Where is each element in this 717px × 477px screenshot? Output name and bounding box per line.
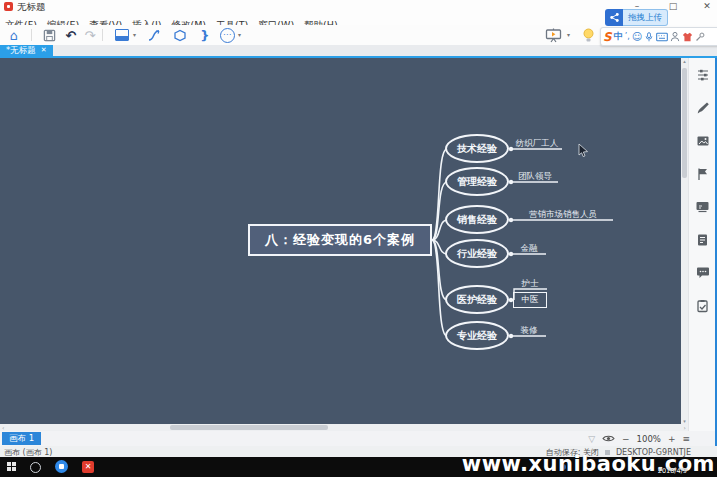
presentation-button[interactable] — [543, 27, 563, 43]
zoom-out-button[interactable]: − — [622, 434, 630, 444]
redo-button[interactable]: ↷ — [80, 27, 100, 43]
summary-brace-icon: } — [200, 29, 209, 42]
mark-panel-button[interactable] — [689, 157, 716, 190]
branch-node-sales[interactable]: 销售经验 — [445, 205, 509, 234]
branch-node-management[interactable]: 管理经验 — [445, 167, 509, 196]
zoom-in-button[interactable]: + — [668, 434, 676, 444]
tab-close-icon[interactable]: ✕ — [41, 45, 47, 56]
more-icon: ⋯ — [220, 28, 235, 43]
leaf-node[interactable]: 团队领导 — [514, 171, 556, 181]
structure-panel-button[interactable] — [689, 58, 716, 91]
relationship-icon — [147, 29, 161, 42]
chinese-mode-icon[interactable]: 中 — [614, 30, 623, 43]
skin-shirt-icon[interactable] — [682, 32, 693, 42]
style-panel-button[interactable] — [689, 91, 716, 124]
horizontal-scrollbar[interactable]: ‹ › — [0, 424, 688, 431]
filter-funnel-icon[interactable]: ▽ — [588, 434, 595, 444]
boundary-button[interactable] — [170, 27, 190, 43]
tray-date: 2018/4/9 — [658, 467, 687, 475]
horizontal-scroll-thumb[interactable] — [170, 425, 328, 430]
lightbulb-icon — [582, 28, 595, 43]
note-panel-button[interactable] — [689, 223, 716, 256]
scroll-left-icon[interactable]: ‹ — [2, 424, 4, 431]
branch-node-medical[interactable]: 医护经验 — [445, 285, 509, 314]
app-icon — [4, 2, 13, 11]
boundary-icon — [173, 29, 187, 42]
fit-window-icon[interactable]: ≡ — [682, 434, 690, 444]
sheet-tab-canvas1[interactable]: 画布 1 — [2, 432, 41, 445]
insert-topic-button[interactable] — [112, 27, 132, 43]
redo-icon: ↷ — [85, 29, 96, 42]
wrench-icon[interactable] — [695, 32, 705, 42]
more-tools-button[interactable]: ⋯ — [217, 27, 237, 43]
comment-icon — [696, 266, 710, 279]
mindmap-canvas[interactable]: 八：经验变现的6个案例 技术经验 管理经验 销售经验 行业经验 医护经验 专业经… — [0, 58, 681, 424]
leaf-node[interactable]: 金融 — [514, 243, 544, 253]
brush-icon — [696, 101, 710, 115]
document-tab-bar: *无标题 ✕ — [0, 45, 717, 58]
toolbar-separator — [102, 29, 103, 41]
leaf-node[interactable]: 装修 — [514, 325, 544, 335]
leaf-node-selected[interactable]: 中医 — [513, 292, 547, 308]
vertical-scrollbar[interactable]: ▴ ▾ — [681, 58, 688, 424]
mouse-cursor — [578, 144, 589, 158]
taskbar-app-red-icon[interactable]: ✕ — [82, 461, 94, 473]
clipart-icon — [695, 200, 710, 213]
image-panel-button[interactable] — [689, 124, 716, 157]
tab-label: *无标题 — [6, 45, 36, 56]
zoom-controls: ▽ − 100% + ≡ — [588, 431, 690, 446]
person-icon[interactable] — [670, 31, 680, 42]
emoji-icon[interactable]: ☺ — [632, 31, 642, 42]
save-icon — [43, 29, 56, 42]
presentation-icon — [545, 28, 562, 43]
keyboard-icon[interactable] — [656, 32, 668, 42]
summary-button[interactable]: } — [195, 27, 215, 43]
clipart-panel-button[interactable] — [689, 190, 716, 223]
note-icon — [696, 233, 709, 247]
zoom-level: 100% — [637, 434, 661, 444]
ime-toolbar: S 中 ’, ☺ — [600, 27, 717, 46]
toolbar-separator — [31, 29, 32, 41]
central-topic-node[interactable]: 八：经验变现的6个案例 — [248, 224, 432, 256]
comment-panel-button[interactable] — [689, 256, 716, 289]
vertical-scroll-thumb[interactable] — [682, 68, 687, 178]
task-check-icon — [696, 299, 709, 313]
leaf-node[interactable]: 营销市场销售人员 — [516, 209, 610, 219]
close-button[interactable]: ✕ — [694, 0, 717, 13]
structure-icon — [696, 68, 710, 82]
cloud-upload-badge[interactable]: 拖拽上传 — [605, 9, 668, 26]
relationship-button[interactable] — [144, 27, 164, 43]
tab-untitled[interactable]: *无标题 ✕ — [0, 45, 53, 56]
leaf-node[interactable]: 纺织厂工人 — [514, 138, 560, 148]
save-button[interactable] — [39, 27, 59, 43]
task-panel-button[interactable] — [689, 289, 716, 322]
cortana-search-icon[interactable] — [30, 462, 41, 473]
right-side-panel — [688, 58, 715, 446]
cloud-logo-icon — [605, 9, 623, 26]
punctuation-icon[interactable]: ’, — [625, 32, 630, 41]
branch-node-technical[interactable]: 技术经验 — [445, 134, 509, 163]
main-area: 八：经验变现的6个案例 技术经验 管理经验 销售经验 行业经验 医护经验 专业经… — [0, 58, 717, 424]
tips-button[interactable] — [578, 27, 598, 43]
topic-caret-icon[interactable]: ▾ — [133, 31, 136, 38]
home-icon: ⌂ — [10, 29, 18, 42]
scroll-up-icon[interactable]: ▴ — [681, 58, 688, 64]
branch-node-industry[interactable]: 行业经验 — [445, 239, 509, 268]
sogou-logo-icon[interactable]: S — [603, 30, 612, 44]
scroll-right-icon[interactable]: › — [684, 424, 686, 431]
microphone-icon[interactable] — [644, 31, 654, 43]
taskbar-app-mindmap-icon[interactable] — [55, 460, 68, 473]
flag-icon — [696, 167, 710, 181]
sheet-bar: 画布 1 ▽ − 100% + ≡ — [0, 431, 715, 446]
image-icon — [696, 134, 710, 148]
windows-taskbar: ✕ 2018/4/9 www.xunibaoku.com — [0, 457, 717, 477]
branch-node-professional[interactable]: 专业经验 — [445, 321, 509, 350]
eye-icon[interactable] — [602, 434, 615, 443]
leaf-node[interactable]: 护士 — [515, 278, 545, 288]
presentation-caret-icon[interactable]: ▾ — [567, 31, 570, 38]
undo-button[interactable]: ↶ — [61, 27, 81, 43]
undo-icon: ↶ — [66, 29, 77, 42]
more-caret-icon[interactable]: ▾ — [238, 31, 241, 38]
home-button[interactable]: ⌂ — [4, 27, 24, 43]
start-button[interactable] — [7, 462, 17, 472]
